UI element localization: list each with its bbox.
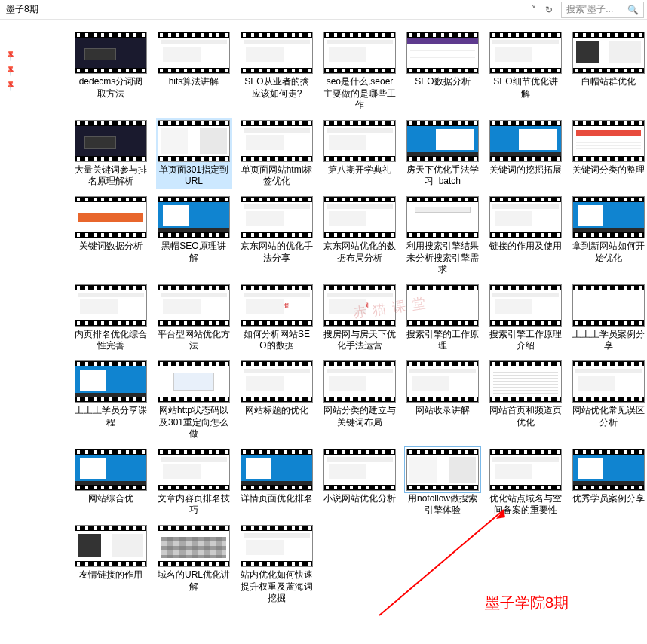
file-item[interactable]: 优化站点域名与空间备案的重要性 [487, 447, 564, 517]
thumbnail [73, 283, 149, 328]
thumbnail [322, 359, 397, 404]
file-item[interactable]: 网站优化常见误区分析 [570, 359, 647, 441]
file-label: 文章内容页排名技巧 [156, 492, 232, 517]
thumbnail [571, 195, 646, 240]
sidebar: 📌 📌 📌 [0, 20, 66, 628]
file-item[interactable]: 房天下优化手法学习_batch [404, 118, 481, 189]
file-item[interactable]: 白帽站群优化 [570, 30, 647, 112]
file-item[interactable]: 拿到新网站如何开始优化 [570, 195, 647, 277]
thumbnail [488, 447, 563, 492]
file-label: 网站标题的优化 [244, 404, 310, 418]
file-item[interactable]: 网站标题的优化 [238, 359, 315, 441]
search-icon: 🔍 [627, 5, 639, 15]
file-label: 网站首页和频道页优化 [488, 404, 563, 429]
file-item[interactable]: 京东网站优化的数据布局分析 [321, 195, 398, 277]
thumbnail [73, 30, 149, 75]
thumbnail [239, 359, 314, 404]
file-item[interactable]: 单页面301指定到URL [155, 118, 232, 189]
file-label: seo是什么,seoer主要做的是哪些工作 [322, 75, 397, 112]
search-input[interactable]: 搜索"墨子... 🔍 [561, 2, 644, 18]
file-item[interactable]: 土土土学员案例分享 [570, 283, 647, 353]
file-label: 搜索引擎的工作原理 [405, 328, 480, 353]
file-item[interactable]: dedecms分词调取方法 [72, 30, 149, 112]
thumbnail [73, 447, 149, 492]
file-item[interactable]: 关键词的挖掘拓展 [487, 118, 564, 189]
file-item[interactable]: 用nofollow做搜索引擎体验 [404, 447, 481, 517]
file-item[interactable]: SEO数据分析 [404, 30, 481, 112]
file-item[interactable]: 域名的URL优化讲解 [155, 523, 232, 606]
search-placeholder: 搜索"墨子... [566, 3, 624, 16]
file-item[interactable]: 站内优化如何快速提升权重及蓝海词挖掘 [238, 523, 315, 606]
file-item[interactable]: 网站首页和频道页优化 [487, 359, 564, 441]
dropdown-icon[interactable]: ˅ [528, 4, 540, 16]
thumbnail [156, 523, 232, 569]
file-item[interactable]: 大量关键词参与排名原理解析 [72, 118, 149, 189]
thumbnail [488, 30, 563, 75]
file-item[interactable]: 搜索引擎的工作原理 [404, 283, 481, 353]
file-item[interactable]: 优秀学员案例分享 [570, 447, 647, 517]
file-item[interactable]: 关键词数据分析 [72, 195, 149, 277]
thumbnail [488, 195, 563, 240]
file-label: 友情链接的作用 [78, 569, 144, 582]
thumbnail [322, 195, 397, 240]
folder-title: 墨子8期 [0, 0, 525, 19]
file-label: 小说网站优化分析 [322, 492, 397, 506]
file-item[interactable]: 搜房网搜房网与房天下优化手法运营 [321, 283, 398, 353]
file-label: hits算法讲解 [167, 75, 221, 89]
file-item[interactable]: 内页排名优化综合性完善 [72, 283, 149, 353]
file-label: 关键词的挖掘拓展 [488, 164, 563, 177]
thumbnail [73, 523, 149, 569]
file-item[interactable]: 小说网站优化分析 [321, 447, 398, 517]
file-item[interactable]: 京东网站的优化手法分享 [238, 195, 315, 277]
file-item[interactable]: 友情链接的作用 [72, 523, 149, 606]
thumbnail [571, 118, 646, 164]
thumbnail [239, 447, 314, 492]
file-item[interactable]: 土土土学员分享课程 [72, 359, 149, 441]
file-item[interactable]: 搜索引擎工作原理介绍 [487, 283, 564, 353]
file-label: 房天下优化手法学习_batch [405, 164, 480, 189]
file-item[interactable]: 第八期开学典礼 [321, 118, 398, 189]
file-label: 大量关键词参与排名原理解析 [73, 164, 149, 189]
thumbnail [488, 118, 563, 164]
file-item[interactable]: 文章内容页排名技巧 [155, 447, 232, 517]
thumbnail [156, 195, 232, 240]
file-label: 网站http状态码以及301重定向怎么做 [156, 404, 232, 441]
file-item[interactable]: 单页面网站html标签优化 [238, 118, 315, 189]
file-item[interactable]: 链接的作用及使用 [487, 195, 564, 277]
thumbnail [571, 30, 646, 75]
file-item[interactable]: 详情页面优化排名 [238, 447, 315, 517]
file-item[interactable]: 关键词分类的整理 [570, 118, 647, 189]
file-item[interactable]: 网站http状态码以及301重定向怎么做 [155, 359, 232, 441]
refresh-icon[interactable]: ↻ [543, 4, 555, 16]
file-label: 京东网站的优化手法分享 [239, 240, 314, 265]
file-label: 优秀学员案例分享 [571, 492, 646, 506]
nav-buttons: ˅ ↻ [525, 4, 558, 16]
file-label: 单页面网站html标签优化 [239, 164, 314, 189]
file-label: 京东网站优化的数据布局分析 [322, 240, 397, 265]
thumbnail [156, 447, 232, 492]
file-label: 拿到新网站如何开始优化 [571, 240, 646, 265]
thumbnail [156, 359, 232, 404]
file-item[interactable]: 网站综合优 [72, 447, 149, 517]
file-item[interactable]: 黑帽SEO原理讲解 [155, 195, 232, 277]
thumbnail [405, 283, 480, 328]
thumbnail [73, 359, 149, 404]
file-item[interactable]: 平台型网站优化方法 [155, 283, 232, 353]
file-item[interactable]: SEO从业者的擒应该如何走? [238, 30, 315, 112]
file-item[interactable]: 网站收录讲解 [404, 359, 481, 441]
thumbnail: SEO数据 [239, 283, 314, 328]
file-item[interactable]: SEO数据如何分析网站SEO的数据 [238, 283, 315, 353]
thumbnail [322, 118, 397, 164]
file-item[interactable]: hits算法讲解 [155, 30, 232, 112]
file-label: 搜房网与房天下优化手法运营 [322, 328, 397, 353]
annotation-text: 墨子学院8期 [485, 593, 569, 613]
file-item[interactable]: SEO细节优化讲解 [487, 30, 564, 112]
thumbnail [488, 359, 563, 404]
file-item[interactable]: 利用搜索引擎结果来分析搜索引擎需求 [404, 195, 481, 277]
thumbnail [156, 283, 232, 328]
thumbnail [571, 447, 646, 492]
file-label: 利用搜索引擎结果来分析搜索引擎需求 [405, 240, 480, 277]
file-label: 平台型网站优化方法 [156, 328, 232, 353]
file-item[interactable]: 网站分类的建立与关键词布局 [321, 359, 398, 441]
file-item[interactable]: seo是什么,seoer主要做的是哪些工作 [321, 30, 398, 112]
